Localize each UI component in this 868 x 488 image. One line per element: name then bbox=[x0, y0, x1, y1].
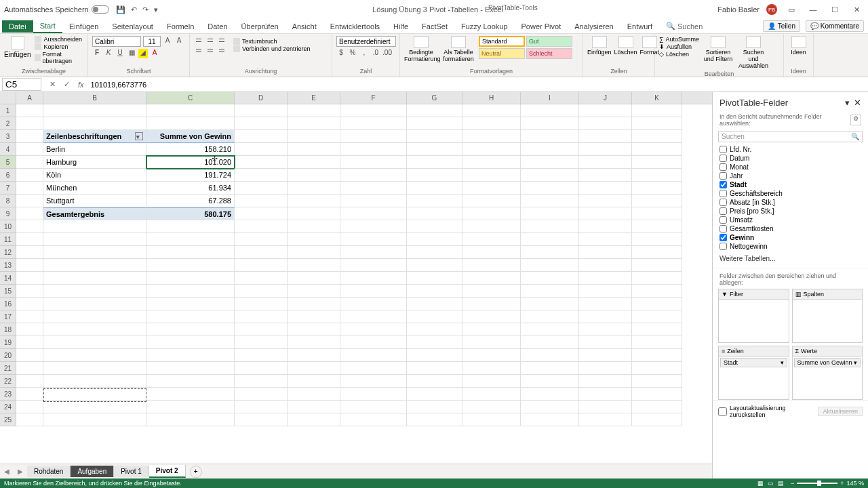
cell[interactable] bbox=[407, 169, 462, 182]
cell[interactable] bbox=[579, 298, 632, 310]
field-checkbox[interactable] bbox=[719, 234, 727, 241]
cell[interactable] bbox=[462, 298, 521, 310]
cell[interactable] bbox=[407, 285, 462, 298]
save-icon[interactable]: 💾 bbox=[116, 5, 125, 14]
redo-icon[interactable]: ↷ bbox=[142, 5, 149, 14]
cell[interactable] bbox=[16, 375, 43, 388]
cell[interactable] bbox=[43, 310, 146, 323]
col-header-F[interactable]: F bbox=[340, 92, 407, 104]
cell[interactable] bbox=[462, 130, 521, 143]
align-right-button[interactable] bbox=[217, 46, 226, 54]
cell[interactable] bbox=[340, 336, 407, 349]
cell[interactable] bbox=[235, 195, 288, 207]
cell[interactable] bbox=[462, 401, 521, 413]
cell[interactable] bbox=[235, 349, 288, 362]
field-checkbox[interactable] bbox=[719, 225, 727, 232]
cell[interactable] bbox=[632, 336, 682, 349]
tab-file[interactable]: Datei bbox=[2, 20, 33, 33]
cell[interactable] bbox=[288, 362, 340, 375]
sheet-nav-prev-icon[interactable]: ◀ bbox=[0, 468, 14, 475]
cell[interactable] bbox=[16, 207, 43, 220]
row-header-9[interactable]: 9 bbox=[0, 207, 16, 220]
cell[interactable] bbox=[288, 310, 340, 323]
cell[interactable] bbox=[521, 207, 579, 220]
font-name-select[interactable] bbox=[92, 36, 141, 47]
percent-button[interactable]: % bbox=[348, 49, 357, 58]
field-geschftsbereich[interactable]: Geschäftsbereich bbox=[719, 189, 861, 198]
cell[interactable] bbox=[407, 195, 462, 207]
cell[interactable] bbox=[521, 323, 579, 336]
cell[interactable] bbox=[16, 285, 43, 298]
field-monat[interactable]: Monat bbox=[719, 163, 861, 171]
cell[interactable] bbox=[462, 182, 521, 195]
cell[interactable] bbox=[521, 362, 579, 375]
field-checkbox[interactable] bbox=[719, 181, 727, 188]
cell[interactable] bbox=[521, 285, 579, 298]
field-checkbox[interactable] bbox=[719, 155, 727, 162]
cell[interactable] bbox=[521, 375, 579, 388]
row-header-8[interactable]: 8 bbox=[0, 195, 16, 207]
rows-area[interactable]: ≡Zeilen Stadt▾ bbox=[718, 346, 789, 400]
cell[interactable] bbox=[462, 388, 521, 401]
cell[interactable] bbox=[632, 272, 682, 285]
cell[interactable] bbox=[340, 195, 407, 207]
sheet-tab-aufgaben[interactable]: Aufgaben bbox=[71, 466, 114, 477]
cell[interactable] bbox=[235, 285, 288, 298]
conditional-formatting-button[interactable]: Bedingte Formatierung bbox=[404, 36, 438, 62]
values-area[interactable]: ΣWerte Summe von Gewinn▾ bbox=[792, 346, 863, 400]
tab-analysieren[interactable]: Analysieren bbox=[568, 20, 620, 33]
cell[interactable] bbox=[632, 169, 682, 182]
format-as-table-button[interactable]: Als Tabelle formatieren bbox=[442, 36, 475, 62]
cell[interactable] bbox=[407, 349, 462, 362]
cell[interactable] bbox=[462, 207, 521, 220]
cell[interactable] bbox=[340, 117, 407, 130]
cell[interactable] bbox=[462, 156, 521, 169]
style-gut[interactable]: Gut bbox=[526, 36, 572, 47]
clear-button[interactable]: ◇Löschen bbox=[659, 51, 699, 58]
cell[interactable] bbox=[521, 336, 579, 349]
cell[interactable] bbox=[288, 298, 340, 310]
cell[interactable] bbox=[235, 323, 288, 336]
row-header-24[interactable]: 24 bbox=[0, 401, 16, 413]
cell[interactable] bbox=[632, 182, 682, 195]
row-header-25[interactable]: 25 bbox=[0, 413, 16, 426]
defer-checkbox[interactable] bbox=[718, 407, 727, 416]
cell[interactable] bbox=[407, 233, 462, 246]
cell[interactable] bbox=[579, 169, 632, 182]
pane-menu-icon[interactable]: ▾ bbox=[845, 98, 850, 108]
col-header-B[interactable]: B bbox=[43, 92, 146, 104]
row-header-10[interactable]: 10 bbox=[0, 220, 16, 233]
cell[interactable] bbox=[407, 298, 462, 310]
cell[interactable] bbox=[146, 233, 235, 246]
row-header-18[interactable]: 18 bbox=[0, 323, 16, 336]
col-header-K[interactable]: K bbox=[632, 92, 682, 104]
cell[interactable]: Gesamtergebnis bbox=[43, 207, 146, 220]
cell[interactable] bbox=[632, 233, 682, 246]
fx-icon[interactable]: fx bbox=[78, 81, 84, 89]
cell[interactable] bbox=[340, 349, 407, 362]
cell[interactable] bbox=[340, 169, 407, 182]
cell[interactable] bbox=[462, 310, 521, 323]
align-bottom-button[interactable] bbox=[217, 36, 226, 44]
pane-close-icon[interactable]: ✕ bbox=[854, 98, 861, 108]
cell[interactable] bbox=[288, 220, 340, 233]
cell[interactable]: Summe von Gewinn bbox=[146, 130, 235, 143]
row-header-16[interactable]: 16 bbox=[0, 298, 16, 310]
cell[interactable] bbox=[462, 413, 521, 426]
cell[interactable] bbox=[462, 117, 521, 130]
cell[interactable] bbox=[340, 220, 407, 233]
cell[interactable] bbox=[146, 117, 235, 130]
cell[interactable] bbox=[146, 220, 235, 233]
page-break-view-icon[interactable]: ▤ bbox=[778, 480, 784, 487]
cell[interactable] bbox=[407, 362, 462, 375]
currency-button[interactable]: $ bbox=[336, 49, 346, 58]
cell[interactable] bbox=[521, 220, 579, 233]
row-header-23[interactable]: 23 bbox=[0, 388, 16, 401]
col-header-E[interactable]: E bbox=[288, 92, 340, 104]
cell[interactable]: 61.934 bbox=[146, 182, 235, 195]
cell[interactable] bbox=[521, 143, 579, 156]
cell[interactable] bbox=[632, 362, 682, 375]
cell[interactable] bbox=[579, 182, 632, 195]
sheet-tab-pivot2[interactable]: Pivot 2 bbox=[149, 465, 186, 478]
cell[interactable] bbox=[521, 298, 579, 310]
